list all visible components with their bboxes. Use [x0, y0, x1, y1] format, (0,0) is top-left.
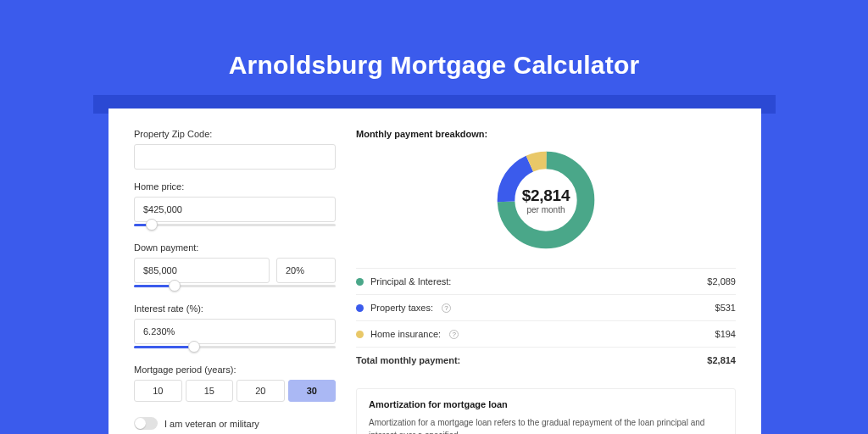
slider-track: [134, 224, 336, 226]
down-payment-input[interactable]: [134, 258, 270, 283]
toggle-knob: [135, 418, 146, 429]
zip-field: Property Zip Code:: [134, 129, 336, 170]
breakdown-title: Monthly payment breakdown:: [356, 129, 736, 139]
home-price-input[interactable]: [134, 197, 336, 222]
zip-label: Property Zip Code:: [134, 129, 336, 139]
page-title: Arnoldsburg Mortgage Calculator: [0, 0, 868, 80]
veteran-toggle[interactable]: [134, 417, 158, 430]
amortization-text: Amortization for a mortgage loan refers …: [369, 416, 723, 434]
info-icon[interactable]: ?: [449, 330, 459, 339]
period-btn-20[interactable]: 20: [236, 380, 285, 402]
calculator-card: Property Zip Code: Home price: Down paym…: [108, 108, 761, 434]
slider-thumb[interactable]: [188, 341, 200, 353]
interest-input[interactable]: [134, 319, 336, 344]
down-payment-pct-input[interactable]: [276, 258, 336, 283]
legend-value: $194: [715, 329, 736, 339]
legend-dot: [356, 278, 364, 286]
veteran-row: I am veteran or military: [134, 417, 336, 430]
legend-total-row: Total monthly payment:$2,814: [356, 348, 736, 373]
donut-sub: per month: [522, 205, 570, 214]
period-btn-30[interactable]: 30: [288, 380, 337, 402]
info-icon[interactable]: ?: [442, 303, 451, 313]
legend-label: Home insurance:: [370, 329, 441, 339]
interest-field: Interest rate (%):: [134, 303, 336, 353]
veteran-label: I am veteran or military: [164, 419, 259, 429]
legend-dot: [356, 304, 364, 312]
legend-row: Property taxes:?$531: [356, 295, 736, 321]
home-price-slider[interactable]: [134, 220, 336, 231]
donut-amount: $2,814: [522, 186, 570, 205]
legend-dot: [356, 331, 364, 338]
legend-value: $531: [715, 303, 736, 313]
down-payment-field: Down payment:: [134, 242, 336, 292]
home-price-field: Home price:: [134, 181, 336, 231]
amortization-title: Amortization for mortgage loan: [369, 399, 723, 409]
interest-slider[interactable]: [134, 342, 336, 353]
down-payment-label: Down payment:: [134, 242, 336, 253]
period-btn-15[interactable]: 15: [186, 380, 234, 402]
zip-input[interactable]: [134, 144, 336, 170]
donut-center: $2,814 per month: [522, 186, 570, 214]
down-payment-slider[interactable]: [134, 281, 336, 292]
slider-thumb[interactable]: [169, 280, 181, 292]
home-price-label: Home price:: [134, 181, 336, 192]
legend-label: Property taxes:: [370, 303, 433, 313]
period-label: Mortgage period (years):: [134, 364, 336, 375]
breakdown-panel: Monthly payment breakdown: $2,814 per mo…: [356, 129, 736, 434]
legend-value: $2,089: [707, 276, 736, 287]
period-btn-10[interactable]: 10: [134, 380, 182, 402]
amortization-section: Amortization for mortgage loan Amortizat…: [356, 388, 736, 434]
form-panel: Property Zip Code: Home price: Down paym…: [134, 129, 336, 434]
interest-label: Interest rate (%):: [134, 303, 336, 314]
legend-row: Home insurance:?$194: [356, 321, 736, 348]
slider-fill: [134, 346, 194, 348]
legend-row: Principal & Interest:$2,089: [356, 269, 736, 295]
legend-total-label: Total monthly payment:: [356, 355, 460, 365]
donut-chart: $2,814 per month: [356, 147, 736, 253]
legend-total-value: $2,814: [707, 355, 736, 365]
legend-label: Principal & Interest:: [370, 276, 451, 287]
slider-thumb[interactable]: [146, 219, 158, 231]
legend: Principal & Interest:$2,089Property taxe…: [356, 268, 736, 373]
period-field: Mortgage period (years): 10152030: [134, 364, 336, 402]
